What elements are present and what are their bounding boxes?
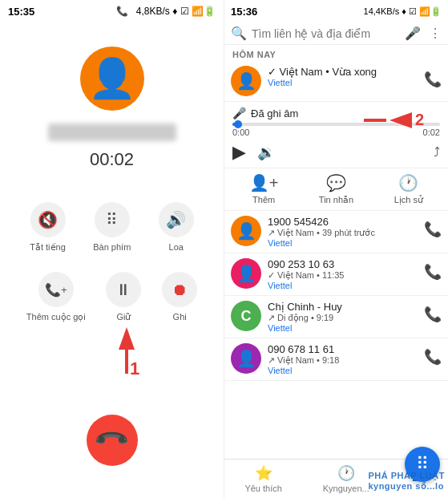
call-info-2: Chị Chinh - Huy ↗ Di động • 9:19 Viettel [268, 301, 418, 333]
badge-1: 1 [130, 358, 139, 379]
add-call-button[interactable]: 📞+ Thêm cuộc gọi [26, 272, 86, 322]
volume-icon[interactable]: 🔉 [257, 144, 275, 161]
more-icon[interactable]: ⋮ [429, 26, 442, 41]
phone-icon: 📞 [92, 421, 131, 460]
call-phone-2[interactable]: 📞 [424, 301, 442, 323]
left-panel: 15:35 📞 4,8KB/s ♦ ☑ 📶🔋 👤 00:02 🔇 Tắt tiế… [0, 0, 224, 498]
top-call-phone-icon[interactable]: 📞 [424, 66, 442, 88]
keypad-label: Bàn phím [93, 242, 131, 252]
action-row: 👤+ Thêm 💬 Tin nhắn 🕐 Lịch sử [224, 168, 448, 211]
call-phone-3[interactable]: 📞 [424, 343, 442, 366]
record-icon: ⏺ [162, 272, 197, 307]
list-item: 👤 090 253 10 63 ✓ Việt Nam • 11:35 Viett… [224, 253, 448, 296]
call-avatar-0: 👤 [231, 216, 261, 246]
controls-row-1: 🔇 Tắt tiếng ⠿ Bàn phím 🔊 Loa [0, 202, 224, 253]
right-status-bar: 15:36 14,4KB/s ♦ ☑ 📶🔋 [224, 0, 448, 22]
record-button[interactable]: ⏺ Ghi [162, 272, 197, 322]
nav-recent[interactable]: 🕐 Kynguyen... [323, 464, 369, 493]
play-button[interactable]: ▶ [232, 142, 246, 163]
audio-controls: ▶ 🔉 ⤴ [224, 140, 448, 168]
mute-icon: 🔇 [30, 202, 66, 237]
share-icon[interactable]: ⤴ [434, 145, 440, 160]
right-panel: 15:36 14,4KB/s ♦ ☑ 📶🔋 🔍 🎤 ⋮ HÔM NAY 👤 ✓ … [224, 0, 448, 498]
caller-name [48, 123, 176, 141]
mute-label: Tắt tiếng [30, 242, 66, 253]
time-start: 0:00 [232, 128, 249, 137]
call-phone-1[interactable]: 📞 [424, 258, 442, 281]
call-carrier-3: Viettel [268, 366, 418, 375]
recent-label: Kynguyen... [323, 484, 369, 493]
call-avatar-3: 👤 [231, 343, 261, 374]
end-call-button[interactable]: 📞 [87, 415, 138, 466]
favorites-label: Yêu thích [244, 484, 281, 493]
arrow-stem-2 [364, 119, 386, 122]
call-info-1: 090 253 10 63 ✓ Việt Nam • 11:35 Viettel [268, 258, 418, 290]
search-input[interactable] [252, 27, 400, 40]
search-icon: 🔍 [231, 26, 247, 41]
top-call-carrier: Viettel [268, 78, 418, 87]
favorites-icon: ⭐ [255, 464, 272, 482]
arrow-stem [125, 350, 128, 374]
call-avatar-1: 👤 [231, 258, 261, 289]
top-call-item: 👤 ✓ Việt Nam • Vừa xong Viettel 📞 [224, 61, 448, 102]
message-button[interactable]: 💬 Tin nhắn [300, 173, 372, 205]
add-call-label: Thêm cuộc gọi [26, 312, 86, 322]
badge-2: 2 [415, 111, 424, 129]
nav-favorites[interactable]: ⭐ Yêu thích [244, 464, 281, 493]
watermark: PHÁ PHÁP LUẬT kynguyen sồ...lo [368, 471, 445, 492]
history-label: Lịch sử [394, 195, 423, 205]
call-avatar-2: C [231, 301, 261, 331]
call-phone-0[interactable]: 📞 [424, 216, 442, 238]
arrow-up-icon [119, 327, 135, 350]
message-icon: 💬 [326, 173, 346, 192]
history-icon: 🕐 [398, 173, 418, 192]
add-contact-button[interactable]: 👤+ Thêm [228, 173, 300, 205]
mic-icon[interactable]: 🎤 [405, 26, 421, 41]
left-time: 15:35 [8, 6, 34, 18]
time-end: 0:02 [423, 128, 440, 137]
call-carrier-0: Viettel [268, 238, 418, 248]
top-call-detail: ✓ Việt Nam • Vừa xong [268, 66, 418, 78]
search-bar[interactable]: 🔍 🎤 ⋮ [224, 22, 448, 45]
recent-icon: 🕐 [337, 464, 355, 482]
call-info-0: 1900 545426 ↗ Việt Nam • 39 phút trước V… [268, 216, 418, 248]
hold-label: Giữ [116, 312, 131, 322]
call-carrier-2: Viettel [268, 323, 418, 333]
left-status-icons: 📞 4,8KB/s ♦ ☑ 📶🔋 [116, 6, 216, 17]
speaker-button[interactable]: 🔊 Loa [159, 202, 194, 253]
progress-dot [234, 120, 242, 128]
call-detail-0: ↗ Việt Nam • 39 phút trước [268, 228, 418, 238]
add-call-icon: 📞+ [38, 272, 74, 307]
hold-button[interactable]: ⏸ Giữ [106, 272, 141, 322]
top-call-avatar-icon: 👤 [236, 71, 256, 91]
top-call-info: ✓ Việt Nam • Vừa xong Viettel [268, 66, 418, 87]
list-item: 👤 1900 545426 ↗ Việt Nam • 39 phút trước… [224, 211, 448, 253]
call-detail-3: ↗ Việt Nam • 9:18 [268, 355, 418, 366]
section-label: HÔM NAY [224, 45, 448, 61]
call-number-0: 1900 545426 [268, 216, 418, 228]
annotation-2: 2 [364, 111, 424, 129]
mute-button[interactable]: 🔇 Tắt tiếng [30, 202, 66, 253]
speaker-label: Loa [169, 242, 184, 252]
controls-row-2: 📞+ Thêm cuộc gọi ⏸ Giữ ⏺ Ghi [0, 272, 224, 322]
call-number-1: 090 253 10 63 [268, 258, 418, 270]
right-status-icons: 14,4KB/s ♦ ☑ 📶🔋 [364, 6, 442, 17]
call-number-2: Chị Chinh - Huy [268, 301, 418, 313]
person-icon: 👤 [88, 56, 136, 101]
call-info-3: 090 678 11 61 ↗ Việt Nam • 9:18 Viettel [268, 343, 418, 375]
keypad-icon: ⠿ [95, 202, 130, 237]
call-list: 👤 1900 545426 ↗ Việt Nam • 39 phút trước… [224, 211, 448, 459]
recording-mic-icon: 🎤 [232, 107, 246, 119]
record-label: Ghi [173, 312, 187, 322]
recording-label: Đã ghi âm [251, 107, 298, 119]
history-button[interactable]: 🕐 Lịch sử [373, 173, 445, 205]
right-time: 15:36 [231, 6, 257, 18]
call-detail-2: ↗ Di động • 9:19 [268, 313, 418, 323]
speaker-icon: 🔊 [159, 202, 194, 237]
call-timer: 00:02 [90, 149, 134, 170]
message-label: Tin nhắn [319, 195, 353, 205]
left-status-bar: 15:35 📞 4,8KB/s ♦ ☑ 📶🔋 [0, 0, 224, 22]
add-contact-icon: 👤+ [249, 173, 279, 192]
top-call-avatar: 👤 [231, 66, 261, 96]
keypad-button[interactable]: ⠿ Bàn phím [93, 202, 131, 253]
